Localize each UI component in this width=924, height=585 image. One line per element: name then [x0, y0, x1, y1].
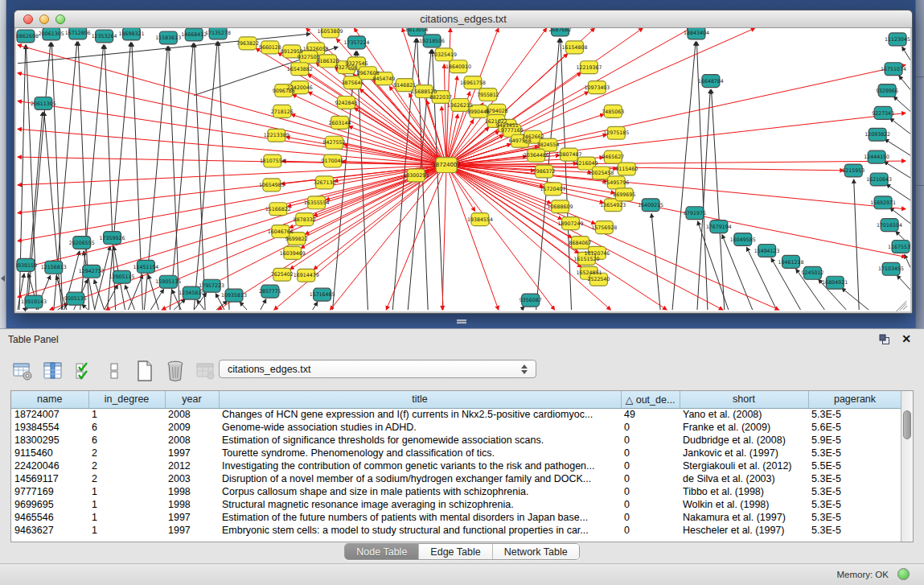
cell-title[interactable]: Structural magnetic resonance image aver…	[219, 498, 621, 511]
cell-in_degree[interactable]: 6	[88, 434, 165, 447]
column-header-short[interactable]: short	[680, 391, 808, 408]
select-all-icon[interactable]	[72, 359, 95, 383]
cell-name[interactable]: 9465546	[11, 511, 88, 524]
new-table-icon[interactable]	[133, 359, 156, 383]
cell-name[interactable]: 19384554	[11, 421, 88, 434]
cell-out_degree[interactable]: 0	[621, 459, 680, 472]
cell-title[interactable]: Changes of HCN gene expression and I(f) …	[219, 408, 621, 421]
panel-collapse-arrow-icon[interactable]	[1, 275, 5, 282]
table-row[interactable]: 946554611997Estimation of the future num…	[11, 511, 901, 524]
cell-out_degree[interactable]: 0	[621, 472, 680, 485]
memory-indicator-icon[interactable]	[897, 568, 910, 580]
cell-title[interactable]: Investigating the contribution of common…	[219, 459, 621, 472]
table-row[interactable]: 911546021997Tourette syndrome. Phenomeno…	[11, 447, 901, 459]
float-panel-icon[interactable]	[879, 334, 890, 345]
table-row[interactable]: 1938455462009Genome-wide association stu…	[11, 421, 901, 434]
cell-year[interactable]: 2008	[165, 434, 219, 447]
cell-year[interactable]: 1997	[165, 447, 219, 459]
close-panel-icon[interactable]: ✕	[901, 332, 911, 345]
cell-in_degree[interactable]: 6	[88, 421, 165, 434]
cell-name[interactable]: 18300295	[11, 434, 88, 447]
table-row[interactable]: 946362711997Embryonic stem cells: a mode…	[11, 524, 901, 537]
table-row[interactable]: 969969511998Structural magnetic resonanc…	[11, 498, 901, 511]
cell-short[interactable]: Stergiakouli et al. (2012)	[680, 459, 808, 472]
window-titlebar[interactable]: citations_edges.txt	[14, 10, 912, 28]
cell-year[interactable]: 2009	[165, 421, 219, 434]
cell-year[interactable]: 1997	[165, 524, 219, 537]
tab-edge-table[interactable]: Edge Table	[419, 544, 492, 559]
cell-name[interactable]: 14569117	[11, 472, 88, 485]
cell-pagerank[interactable]: 5.3E-5	[808, 485, 901, 498]
delete-table-icon[interactable]	[164, 359, 187, 383]
cell-year[interactable]: 2008	[165, 408, 219, 421]
column-header-name[interactable]: name	[11, 391, 88, 408]
cell-year[interactable]: 2012	[165, 459, 219, 472]
cell-in_degree[interactable]: 2	[88, 459, 165, 472]
column-header-year[interactable]: year	[165, 391, 219, 408]
cell-in_degree[interactable]: 2	[88, 447, 165, 459]
table-scrollbar[interactable]	[901, 391, 913, 542]
cell-out_degree[interactable]: 0	[621, 524, 680, 537]
table-row[interactable]: 1872400712008Changes of HCN gene express…	[11, 408, 901, 421]
network-graph[interactable]: 1872400718300295917004632671301635555488…	[16, 28, 910, 311]
cell-pagerank[interactable]: 5.3E-5	[808, 447, 901, 459]
cell-name[interactable]: 22420046	[11, 459, 88, 472]
table-row[interactable]: 1456911722003Disruption of a novel membe…	[11, 472, 901, 485]
cell-pagerank[interactable]: 5.5E-5	[808, 459, 901, 472]
column-header-pagerank[interactable]: pagerank	[808, 391, 901, 408]
cell-short[interactable]: Hescheler et al. (1997)	[680, 524, 808, 537]
cell-title[interactable]: Estimation of the future numbers of pati…	[219, 511, 621, 524]
tab-node-table[interactable]: Node Table	[345, 544, 419, 559]
cell-title[interactable]: Corpus callosum shape and size in male p…	[219, 485, 621, 498]
cell-in_degree[interactable]: 1	[88, 485, 165, 498]
cell-out_degree[interactable]: 0	[621, 421, 680, 434]
unselect-all-icon[interactable]	[103, 359, 125, 383]
cell-in_degree[interactable]: 1	[88, 408, 165, 421]
cell-short[interactable]: Wolkin et al. (1998)	[680, 498, 808, 511]
cell-short[interactable]: Tibbo et al. (1998)	[680, 485, 808, 498]
cell-pagerank[interactable]: 5.6E-5	[808, 421, 901, 434]
scrollbar-thumb[interactable]	[903, 410, 911, 439]
cell-pagerank[interactable]: 5.9E-5	[808, 434, 901, 447]
cell-title[interactable]: Disruption of a novel member of a sodium…	[219, 472, 621, 485]
cell-short[interactable]: de Silva et al. (2003)	[680, 472, 808, 485]
cell-short[interactable]: Dudbridge et al. (2008)	[680, 434, 808, 447]
table-row[interactable]: 977716911998Corpus callosum shape and si…	[11, 485, 901, 498]
cell-short[interactable]: Franke et al. (2009)	[680, 421, 808, 434]
cell-in_degree[interactable]: 1	[88, 511, 165, 524]
cell-pagerank[interactable]: 5.3E-5	[808, 472, 901, 485]
cell-in_degree[interactable]: 2	[88, 472, 165, 485]
cell-name[interactable]: 9463627	[11, 524, 88, 537]
table-mode-icon[interactable]	[11, 359, 34, 383]
cell-short[interactable]: Jankovic et al. (1997)	[680, 447, 808, 459]
cell-out_degree[interactable]: 0	[621, 498, 680, 511]
cell-short[interactable]: Yano et al. (2008)	[680, 408, 808, 421]
cell-pagerank[interactable]: 5.3E-5	[808, 498, 901, 511]
table-row[interactable]: 1830029562008Estimation of significance …	[11, 434, 901, 447]
cell-year[interactable]: 1998	[165, 485, 219, 498]
cell-title[interactable]: Genome-wide association studies in ADHD.	[219, 421, 621, 434]
cell-name[interactable]: 9115460	[11, 447, 88, 459]
window-resize-grip[interactable]	[893, 295, 907, 309]
table-select-dropdown[interactable]: citations_edges.txt	[219, 360, 536, 378]
cell-pagerank[interactable]: 5.3E-5	[808, 511, 901, 524]
cell-out_degree[interactable]: 0	[621, 434, 680, 447]
cell-short[interactable]: Nakamura et al. (1997)	[680, 511, 808, 524]
cell-year[interactable]: 1998	[165, 498, 219, 511]
cell-name[interactable]: 9777169	[11, 485, 88, 498]
column-header-title[interactable]: title	[219, 391, 621, 408]
cell-year[interactable]: 2003	[165, 472, 219, 485]
cell-out_degree[interactable]: 49	[621, 408, 680, 421]
cell-year[interactable]: 1997	[165, 511, 219, 524]
cell-out_degree[interactable]: 0	[621, 511, 680, 524]
cell-in_degree[interactable]: 1	[88, 524, 165, 537]
cell-title[interactable]: Tourette syndrome. Phenomenology and cla…	[219, 447, 621, 459]
cell-out_degree[interactable]: 0	[621, 485, 680, 498]
panel-splitter-grip[interactable]	[455, 319, 468, 325]
cell-in_degree[interactable]: 1	[88, 498, 165, 511]
cell-name[interactable]: 18724007	[11, 408, 88, 421]
cell-pagerank[interactable]: 5.3E-5	[808, 408, 901, 421]
show-columns-icon[interactable]	[42, 359, 64, 383]
column-header-in_degree[interactable]: in_degree	[88, 391, 165, 408]
table-row[interactable]: 2242004622012Investigating the contribut…	[11, 459, 901, 472]
